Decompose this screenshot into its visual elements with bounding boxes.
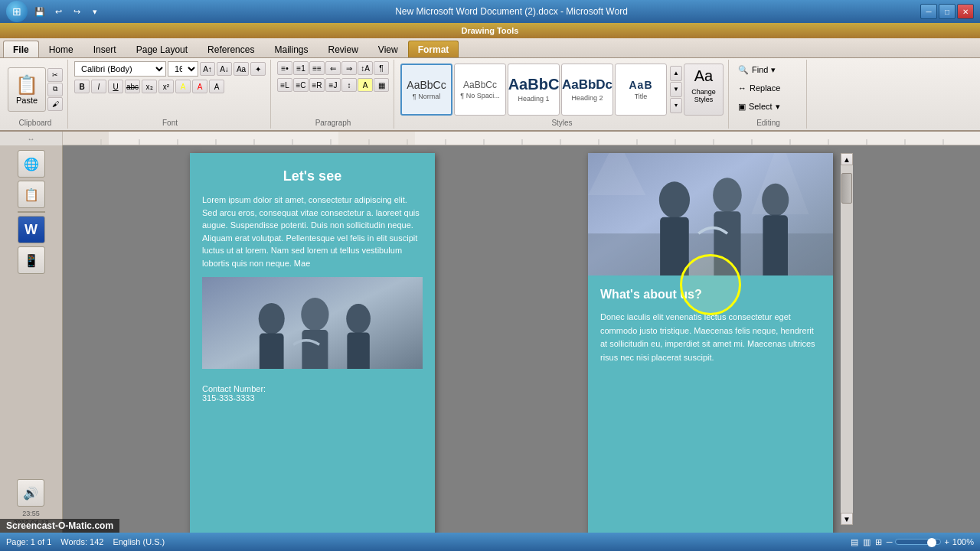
svg-rect-28 (260, 334, 284, 369)
styles-label: Styles (400, 117, 724, 127)
view-layout-btn[interactable]: ▥ (863, 537, 871, 547)
replace-btn[interactable]: ↔ Replace (735, 80, 796, 96)
tab-file[interactable]: File (3, 41, 39, 57)
change-case-btn[interactable]: Aa (234, 62, 249, 76)
svg-rect-32 (347, 332, 369, 369)
svg-rect-24 (63, 132, 109, 145)
view-web-btn[interactable]: ⊞ (875, 537, 882, 547)
editing-label: Editing (735, 117, 802, 127)
style-title[interactable]: AaB Title (615, 64, 667, 116)
scroll-up-arrow[interactable]: ▲ (841, 153, 853, 165)
increase-indent-btn[interactable]: ⇒ (341, 61, 357, 75)
change-styles-btn[interactable]: Aa Change Styles (684, 64, 724, 116)
sort-btn[interactable]: ↕A (358, 61, 373, 75)
sidebar-clipboard-icon[interactable]: 📋 (18, 181, 45, 208)
title-bar: ⊞ 💾 ↩ ↪ ▾ New Microsoft Word Document (2… (0, 0, 980, 23)
sidebar-app-icon[interactable]: 📱 (18, 246, 45, 274)
zoom-out-btn[interactable]: ─ (887, 537, 893, 546)
line-spacing-btn[interactable]: ↕ (341, 78, 357, 92)
windows-orb[interactable]: ⊞ (6, 1, 28, 22)
select-icon: ▣ (738, 102, 746, 112)
paragraph-content: ≡• ≡1 ≡≡ ⇐ ⇒ ↕A ¶ ≡L ≡C ≡R ≡J ↕ A ▦ (277, 61, 389, 117)
show-hide-btn[interactable]: ¶ (374, 61, 389, 75)
text-effects-btn[interactable]: A (209, 80, 224, 93)
find-btn[interactable]: 🔍 Find ▾ (735, 61, 796, 78)
underline-btn[interactable]: U (108, 80, 123, 93)
scroll-thumb[interactable] (841, 173, 852, 204)
zoom-in-btn[interactable]: + (944, 537, 949, 546)
style-no-spacing[interactable]: AaBbCc ¶ No Spaci... (454, 64, 506, 116)
multilevel-btn[interactable]: ≡≡ (309, 61, 325, 75)
svg-rect-25 (338, 132, 415, 145)
page2-body[interactable]: Donec iaculis elit venenatis lectus cons… (600, 311, 821, 364)
decrease-indent-btn[interactable]: ⇐ (325, 61, 341, 75)
italic-btn[interactable]: I (91, 80, 106, 93)
increase-font-btn[interactable]: A↑ (200, 62, 215, 76)
border-btn[interactable]: ▦ (374, 78, 389, 92)
left-sidebar: 🌐 📋 W 📱 🔊 23:55 2012-04-13 (0, 145, 63, 533)
styles-scroll: ▲ ▼ ▾ (670, 66, 682, 113)
tab-insert[interactable]: Insert (83, 41, 126, 57)
tab-review[interactable]: Review (318, 41, 368, 57)
subscript-btn[interactable]: x₂ (142, 80, 157, 93)
page1-image (202, 277, 423, 369)
styles-scroll-down[interactable]: ▼ (670, 82, 682, 97)
decrease-font-btn[interactable]: A↓ (217, 62, 232, 76)
style-heading2[interactable]: AaBbDc Heading 2 (561, 64, 613, 116)
styles-scroll-up[interactable]: ▲ (670, 66, 682, 81)
page-info: Page: 1 of 1 (6, 537, 51, 546)
svg-rect-36 (660, 217, 689, 276)
tab-page-layout[interactable]: Page Layout (126, 41, 198, 57)
select-arrow: ▾ (776, 102, 780, 112)
superscript-btn[interactable]: x² (158, 80, 174, 93)
select-btn[interactable]: ▣ Select ▾ (735, 98, 796, 115)
copy-btn[interactable]: ⧉ (47, 83, 63, 96)
paste-button[interactable]: 📋 Paste (8, 67, 46, 112)
scroll-down-arrow[interactable]: ▼ (841, 513, 853, 525)
tab-references[interactable]: References (198, 41, 264, 57)
sidebar-sound-icon[interactable]: 🔊 (17, 479, 44, 507)
style-heading1[interactable]: AaBbC Heading 1 (508, 64, 560, 116)
scroll-track[interactable] (841, 165, 853, 513)
undo-quick-btn[interactable]: ↩ (51, 4, 66, 19)
align-right-btn[interactable]: ≡R (309, 78, 325, 92)
bold-btn[interactable]: B (74, 80, 90, 93)
editing-content: 🔍 Find ▾ ↔ Replace ▣ Select ▾ (735, 61, 802, 117)
close-btn[interactable]: ✕ (957, 4, 974, 19)
align-center-btn[interactable]: ≡C (293, 78, 309, 92)
tab-format[interactable]: Format (408, 41, 459, 57)
strikethrough-btn[interactable]: abc (125, 80, 140, 93)
page1-body[interactable]: Lorem ipsum dolor sit amet, consectetur … (190, 194, 435, 269)
tab-view[interactable]: View (368, 41, 408, 57)
title-bar-left: ⊞ 💾 ↩ ↪ ▾ (6, 1, 103, 22)
save-quick-btn[interactable]: 💾 (32, 4, 47, 19)
numbering-btn[interactable]: ≡1 (293, 61, 309, 75)
maximize-btn[interactable]: □ (939, 4, 956, 19)
justify-btn[interactable]: ≡J (325, 78, 341, 92)
tab-home[interactable]: Home (39, 41, 83, 57)
bullets-btn[interactable]: ≡• (277, 61, 292, 75)
customize-quick-btn[interactable]: ▾ (87, 4, 103, 19)
minimize-btn[interactable]: ─ (920, 4, 937, 19)
styles-expand[interactable]: ▾ (670, 98, 682, 113)
shading-btn[interactable]: A (358, 78, 373, 92)
paste-icon: 📋 (15, 74, 38, 96)
text-highlight-btn[interactable]: A (175, 80, 191, 93)
sidebar-word-icon[interactable]: W (18, 216, 45, 243)
style-normal[interactable]: AaBbCc ¶ Normal (400, 64, 452, 116)
sidebar-browser-icon[interactable]: 🌐 (18, 150, 45, 178)
page-2: What's about us? Donec iaculis elit vene… (588, 153, 833, 533)
format-painter-btn[interactable]: 🖌 (47, 97, 63, 111)
paragraph-group: ≡• ≡1 ≡≡ ⇐ ⇒ ↕A ¶ ≡L ≡C ≡R ≡J ↕ A ▦ Para… (273, 60, 394, 129)
zoom-slider[interactable] (895, 539, 941, 545)
view-normal-btn[interactable]: ▤ (851, 537, 858, 547)
language-label[interactable]: English (U.S.) (113, 537, 165, 546)
font-family-select[interactable]: Calibri (Body) (74, 61, 166, 77)
tab-mailings[interactable]: Mailings (264, 41, 318, 57)
align-left-btn[interactable]: ≡L (277, 78, 292, 92)
font-color-btn[interactable]: A (192, 80, 207, 93)
redo-quick-btn[interactable]: ↪ (69, 4, 84, 19)
clear-format-btn[interactable]: ✦ (250, 62, 266, 76)
cut-btn[interactable]: ✂ (47, 68, 63, 82)
font-size-select[interactable]: 16 (168, 61, 198, 77)
